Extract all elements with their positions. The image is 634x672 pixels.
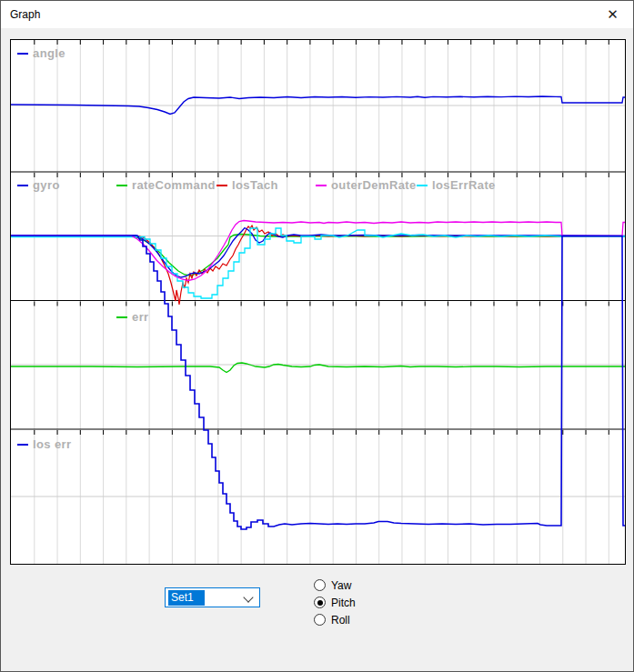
radio-label: Yaw: [331, 579, 351, 592]
window-title: Graph: [10, 8, 40, 21]
radio-yaw[interactable]: Yaw: [314, 577, 356, 594]
radio-icon[interactable]: [314, 579, 326, 591]
plot-border: [11, 40, 626, 565]
axis-radio-group: Yaw Pitch Roll: [314, 577, 356, 628]
plot-area: [10, 39, 626, 565]
radio-roll[interactable]: Roll: [314, 611, 356, 628]
dataset-selected-value: Set1: [168, 590, 205, 606]
radio-icon[interactable]: [314, 614, 326, 626]
radio-label: Pitch: [331, 597, 356, 609]
radio-icon[interactable]: [314, 597, 326, 608]
graph-dialog: Graph ✕ Set1 Yaw Pitch Roll anglegyrorat…: [0, 0, 634, 672]
title-bar: Graph ✕: [1, 1, 633, 28]
chevron-down-icon[interactable]: [243, 592, 253, 602]
radio-pitch[interactable]: Pitch: [314, 594, 356, 611]
radio-label: Roll: [331, 614, 350, 627]
close-icon[interactable]: ✕: [592, 1, 633, 27]
dataset-select[interactable]: Set1: [165, 587, 260, 607]
graph-canvas: [10, 39, 626, 565]
